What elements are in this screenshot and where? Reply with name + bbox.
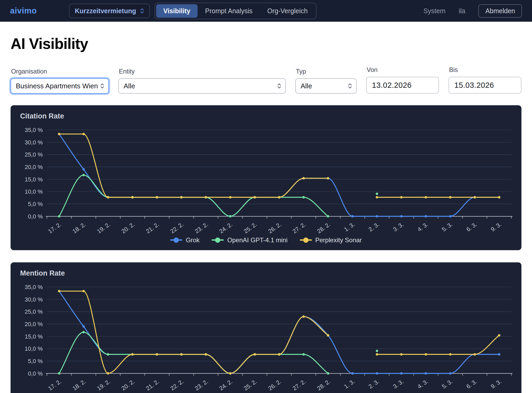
svg-text:3. 3.: 3. 3. <box>392 378 405 390</box>
legend-item-grok[interactable]: Grok <box>170 236 199 244</box>
citation-rate-chart: 35,0 %30,0 %25,0 %20,0 %15,0 %10,0 %5,0 … <box>17 124 515 235</box>
entity-label: Entity <box>118 68 286 75</box>
von-input[interactable] <box>366 77 439 94</box>
organisation-select[interactable]: Business Apartments Wien <box>11 78 109 94</box>
logout-button[interactable]: Abmelden <box>478 4 522 18</box>
main-content: AI Visibility Organisation Business Apar… <box>0 22 532 393</box>
line-chart-svg: 35,0 %30,0 %25,0 %20,0 %15,0 %10,0 %5,0 … <box>17 281 515 392</box>
chevron-updown-icon <box>140 8 144 14</box>
svg-text:9. 3.: 9. 3. <box>489 221 502 233</box>
line-chart-svg: 35,0 %30,0 %25,0 %20,0 %15,0 %10,0 %5,0 … <box>17 124 515 235</box>
svg-text:19. 2.: 19. 2. <box>96 221 111 235</box>
organisation-select-value: Business Apartments Wien <box>16 82 98 90</box>
citation-rate-panel: Citation Rate 35,0 %30,0 %25,0 %20,0 %15… <box>11 105 521 250</box>
svg-text:0,0 %: 0,0 % <box>28 370 43 377</box>
svg-text:21. 2.: 21. 2. <box>145 378 160 392</box>
svg-text:20,0 %: 20,0 % <box>25 321 43 327</box>
legend-series-marker <box>300 237 312 243</box>
bis-input[interactable] <box>449 77 521 94</box>
svg-text:26. 2.: 26. 2. <box>267 378 282 392</box>
typ-select[interactable]: Alle <box>295 78 357 94</box>
svg-text:17. 2.: 17. 2. <box>47 378 63 392</box>
svg-text:18. 2.: 18. 2. <box>71 378 87 392</box>
legend-item-perplexity-sonar[interactable]: Perplexity Sonar <box>300 236 362 244</box>
svg-text:21. 2.: 21. 2. <box>145 221 160 235</box>
svg-text:26. 2.: 26. 2. <box>267 221 282 235</box>
citation-rate-title: Citation Rate <box>20 112 515 120</box>
tab-org-vergleich[interactable]: Org-Vergleich <box>260 4 315 18</box>
legend-item-openai-gpt-4-1-mini[interactable]: OpenAI GPT-4.1 mini <box>212 236 287 244</box>
typ-filter: Typ Alle <box>295 68 357 94</box>
project-select-value: Kurzzeitvermietung <box>75 7 136 15</box>
svg-text:9. 3.: 9. 3. <box>489 378 502 390</box>
svg-text:27. 2.: 27. 2. <box>291 378 307 392</box>
svg-text:3. 3.: 3. 3. <box>392 221 405 233</box>
svg-text:5. 3.: 5. 3. <box>441 378 454 390</box>
svg-text:28. 2.: 28. 2. <box>316 378 332 392</box>
mention-rate-panel: Mention Rate 35,0 %30,0 %25,0 %20,0 %15,… <box>11 262 521 393</box>
tab-prompt-analysis[interactable]: Prompt Analysis <box>198 4 260 18</box>
svg-text:2. 3.: 2. 3. <box>367 221 380 233</box>
brand-logo: aivimo <box>10 6 37 16</box>
svg-text:28. 2.: 28. 2. <box>316 221 332 235</box>
project-select[interactable]: Kurzzeitvermietung <box>69 4 150 18</box>
tab-group: Visibility Prompt Analysis Org-Vergleich <box>155 3 316 19</box>
svg-text:24. 2.: 24. 2. <box>218 378 234 392</box>
bis-label: Bis <box>449 66 521 74</box>
svg-text:25. 2.: 25. 2. <box>242 378 258 392</box>
tab-visibility[interactable]: Visibility <box>156 4 197 18</box>
svg-text:27. 2.: 27. 2. <box>291 221 307 235</box>
svg-text:5,0 %: 5,0 % <box>28 201 43 207</box>
svg-text:15,0 %: 15,0 % <box>25 333 43 340</box>
chevron-updown-icon <box>277 83 282 89</box>
svg-text:19. 2.: 19. 2. <box>96 378 111 392</box>
svg-text:25,0 %: 25,0 % <box>25 308 43 315</box>
mention-rate-chart: 35,0 %30,0 %25,0 %20,0 %15,0 %10,0 %5,0 … <box>17 281 515 392</box>
svg-text:25,0 %: 25,0 % <box>25 151 43 158</box>
citation-rate-legend: GrokOpenAI GPT-4.1 miniPerplexity Sonar <box>17 235 515 246</box>
entity-select-value: Alle <box>124 82 135 90</box>
svg-text:15,0 %: 15,0 % <box>25 176 43 183</box>
svg-text:10,0 %: 10,0 % <box>25 188 43 195</box>
svg-text:24. 2.: 24. 2. <box>218 221 234 235</box>
svg-text:23. 2.: 23. 2. <box>194 378 209 392</box>
svg-text:1. 3.: 1. 3. <box>343 378 356 390</box>
bis-filter: Bis <box>449 66 521 94</box>
mention-rate-legend: GrokOpenAI GPT-4.1 miniPerplexity Sonar <box>17 392 515 393</box>
navbar: aivimo Kurzzeitvermietung Visibility Pro… <box>0 0 532 22</box>
filter-bar: Organisation Business Apartments Wien En… <box>11 66 521 94</box>
organisation-filter: Organisation Business Apartments Wien <box>11 68 109 94</box>
legend-series-label: Perplexity Sonar <box>315 236 362 244</box>
organisation-label: Organisation <box>11 68 109 75</box>
von-label: Von <box>366 66 439 74</box>
svg-text:1. 3.: 1. 3. <box>343 221 356 233</box>
svg-text:18. 2.: 18. 2. <box>71 221 87 235</box>
navbar-right: System ila Abmelden <box>423 4 522 18</box>
chevron-updown-icon <box>348 83 352 89</box>
chevron-updown-icon <box>100 83 105 89</box>
page-title: AI Visibility <box>11 35 521 52</box>
von-filter: Von <box>366 66 439 94</box>
svg-text:30,0 %: 30,0 % <box>25 139 43 146</box>
typ-select-value: Alle <box>301 82 312 90</box>
mention-rate-title: Mention Rate <box>20 269 515 277</box>
svg-text:20. 2.: 20. 2. <box>120 221 136 235</box>
svg-text:4. 3.: 4. 3. <box>416 221 429 233</box>
system-menu[interactable]: System <box>423 7 445 15</box>
svg-text:4. 3.: 4. 3. <box>416 378 429 390</box>
svg-text:35,0 %: 35,0 % <box>25 127 43 133</box>
svg-text:23. 2.: 23. 2. <box>194 221 209 235</box>
svg-text:25. 2.: 25. 2. <box>242 221 258 235</box>
svg-text:20. 2.: 20. 2. <box>120 378 136 392</box>
svg-text:20,0 %: 20,0 % <box>25 164 43 170</box>
entity-select[interactable]: Alle <box>118 78 286 94</box>
legend-series-marker <box>170 237 182 243</box>
svg-text:35,0 %: 35,0 % <box>25 284 43 290</box>
legend-series-marker <box>212 237 224 243</box>
svg-text:22. 2.: 22. 2. <box>169 221 185 235</box>
svg-text:6. 3.: 6. 3. <box>465 378 478 390</box>
svg-text:17. 2.: 17. 2. <box>47 221 63 235</box>
typ-label: Typ <box>295 68 357 75</box>
legend-series-label: OpenAI GPT-4.1 mini <box>227 236 287 244</box>
svg-text:5,0 %: 5,0 % <box>28 358 43 364</box>
